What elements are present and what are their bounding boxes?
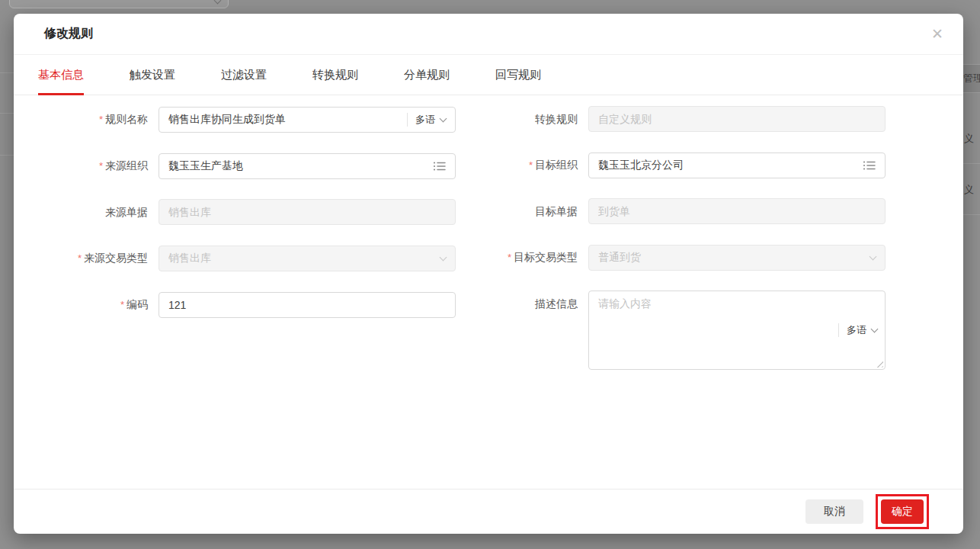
description-field: 多语 (588, 291, 886, 370)
field-row: *来源交易类型 (44, 245, 456, 271)
required-asterisk: * (78, 252, 82, 264)
screen: 管理 义 义 修改规则 ✕ 基本信息 触发设置 过滤设置 转换规则 分单规则 回… (0, 0, 980, 549)
chevron-down-icon (440, 253, 447, 261)
required-asterisk: * (120, 299, 124, 310)
required-asterisk: * (508, 252, 511, 263)
lang-label: 多语 (847, 323, 866, 337)
dialog-header: 修改规则 ✕ (14, 14, 963, 55)
close-icon[interactable]: ✕ (931, 27, 943, 41)
required-asterisk: * (99, 160, 103, 172)
source-trans-type-select (159, 246, 456, 271)
field-row: 描述信息 多语 (471, 291, 898, 370)
conversion-rule-label: 转换规则 (471, 106, 588, 132)
source-doc-field (159, 199, 456, 225)
required-asterisk: * (99, 114, 103, 125)
background-cell-fragment: 义 (964, 183, 974, 197)
source-org-input[interactable] (168, 160, 433, 172)
background-row-divider (0, 113, 14, 114)
target-org-field (588, 152, 886, 178)
source-trans-type-value (168, 252, 440, 265)
rule-name-label: *规则名称 (44, 106, 159, 133)
source-doc-label: 来源单据 (44, 199, 159, 225)
field-row: *目标交易类型 (471, 244, 898, 271)
target-org-input[interactable] (598, 159, 863, 172)
tab-filter-settings[interactable]: 过滤设置 (221, 55, 267, 95)
tab-writeback-rules[interactable]: 回写规则 (495, 55, 541, 95)
source-trans-type-label: *来源交易类型 (44, 245, 159, 271)
reference-list-icon[interactable] (433, 161, 446, 172)
target-doc-field (588, 198, 886, 224)
form-area: *规则名称 多语 *来源组织 (14, 95, 963, 390)
field-row: 转换规则 (471, 106, 898, 132)
chevron-down-icon (870, 252, 877, 260)
cancel-button[interactable]: 取消 (805, 499, 863, 524)
tab-split-rules[interactable]: 分单规则 (404, 55, 450, 95)
confirm-button[interactable]: 确定 (881, 499, 924, 524)
target-trans-type-value (598, 252, 870, 264)
source-org-field (159, 153, 456, 179)
target-trans-type-select (588, 245, 886, 271)
description-label: 描述信息 (471, 291, 588, 316)
dialog-title: 修改规则 (44, 26, 93, 42)
dialog-footer: 取消 确定 (14, 489, 963, 534)
background-row-divider (0, 72, 14, 73)
edit-rule-dialog: 修改规则 ✕ 基本信息 触发设置 过滤设置 转换规则 分单规则 回写规则 *规则… (14, 14, 963, 534)
field-row: 来源单据 (44, 199, 456, 225)
field-row: *规则名称 多语 (44, 106, 456, 133)
code-label: *编码 (44, 291, 159, 318)
field-row: *目标组织 (471, 152, 898, 178)
field-row: *编码 (44, 291, 456, 318)
conversion-rule-field (588, 106, 886, 132)
background-row-divider (963, 163, 980, 164)
tab-conversion-rules[interactable]: 转换规则 (312, 55, 358, 95)
target-doc-label: 目标单据 (471, 198, 588, 224)
required-asterisk: * (529, 159, 533, 171)
background-row-divider (0, 155, 14, 156)
divider (407, 113, 408, 127)
source-doc-input (168, 206, 446, 218)
field-row: *来源组织 (44, 152, 456, 179)
target-org-label: *目标组织 (471, 152, 588, 178)
source-org-label: *来源组织 (44, 152, 159, 179)
tab-bar: 基本信息 触发设置 过滤设置 转换规则 分单规则 回写规则 (14, 55, 963, 95)
code-input[interactable] (168, 299, 446, 311)
rule-name-field: 多语 (159, 107, 456, 133)
target-trans-type-label: *目标交易类型 (471, 244, 588, 271)
background-header-fragment: 管理 (963, 72, 980, 85)
target-doc-input (598, 205, 876, 217)
background-table-edge: 管理 义 义 (963, 0, 980, 549)
chevron-down-icon (871, 326, 879, 333)
rule-name-lang-dropdown[interactable]: 多语 (407, 113, 446, 127)
tab-basic-info[interactable]: 基本信息 (38, 55, 84, 95)
background-row-divider (963, 214, 980, 215)
chevron-down-icon (440, 114, 447, 122)
reference-list-icon[interactable] (863, 160, 876, 171)
chevron-down-icon (214, 0, 222, 4)
rule-name-input[interactable] (168, 114, 407, 126)
conversion-rule-input (598, 113, 876, 125)
description-lang-dropdown[interactable]: 多语 (838, 323, 877, 337)
field-row: 目标单据 (471, 198, 898, 224)
background-select-fragment (9, 0, 229, 8)
confirm-highlight-annotation: 确定 (876, 494, 929, 529)
divider (838, 323, 839, 337)
tab-trigger-settings[interactable]: 触发设置 (130, 55, 175, 95)
code-field (159, 292, 456, 318)
background-cell-fragment: 义 (964, 132, 974, 146)
lang-label: 多语 (415, 113, 435, 127)
